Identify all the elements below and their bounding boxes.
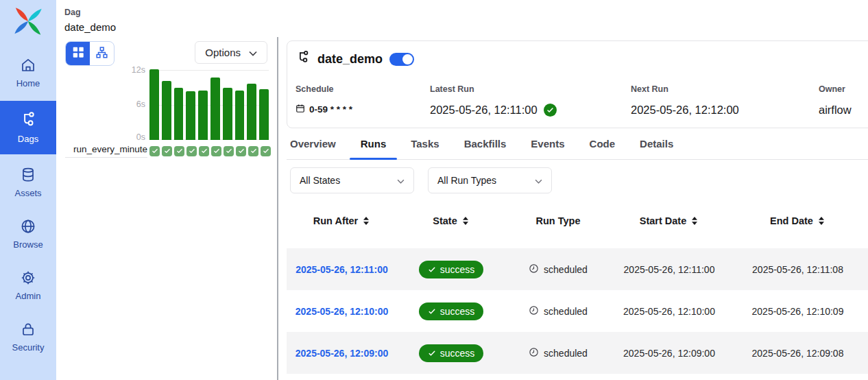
calendar-icon: [296, 104, 305, 115]
tab-details[interactable]: Details: [640, 138, 673, 159]
task-instance-success-square[interactable]: [261, 146, 271, 156]
globe-icon: [20, 218, 36, 235]
owner-label: Owner: [819, 84, 868, 94]
tab-runs[interactable]: Runs: [361, 138, 387, 159]
sidebar-item-security[interactable]: Security: [0, 313, 56, 360]
y-axis-tick-12s: 12s: [65, 65, 145, 75]
duration-bar[interactable]: [162, 81, 171, 140]
options-button[interactable]: Options: [195, 41, 267, 64]
sidebar: Home Dags Assets Browse Admin: [0, 0, 56, 380]
gear-icon: [20, 270, 36, 286]
sort-icon[interactable]: [690, 216, 699, 226]
schedule-value: 0-59 * * * *: [309, 104, 352, 115]
task-instance-success-square[interactable]: [149, 146, 160, 156]
task-instance-success-square[interactable]: [174, 146, 184, 156]
page-header: Dag date_demo: [56, 0, 868, 37]
sidebar-item-browse[interactable]: Browse: [0, 211, 56, 257]
duration-bar[interactable]: [259, 89, 269, 140]
status-badge[interactable]: success: [419, 344, 484, 362]
content: Options 12s 6s 0s run_ever: [56, 37, 868, 380]
latest-run-value[interactable]: 2025-05-26, 12:11:00: [430, 104, 538, 117]
duration-bar[interactable]: [186, 91, 195, 140]
run-after-link[interactable]: 2025-05-26, 12:09:00: [296, 348, 388, 359]
view-toggle-group: [65, 41, 114, 66]
duration-bar[interactable]: [174, 88, 184, 141]
task-instance-success-square[interactable]: [211, 146, 221, 156]
y-axis-tick-6s: 6s: [65, 99, 145, 109]
sidebar-item-label: Assets: [14, 188, 41, 198]
sidebar-item-assets[interactable]: Assets: [0, 159, 56, 206]
clock-icon: [529, 305, 539, 318]
status-badge[interactable]: success: [419, 302, 484, 320]
owner-field: Owner airflow: [819, 84, 868, 117]
sidebar-item-label: Home: [16, 78, 40, 88]
airflow-logo[interactable]: [12, 5, 44, 40]
next-run-value: 2025-05-26, 12:12:00: [631, 104, 739, 117]
task-instance-success-square[interactable]: [224, 146, 234, 156]
tab-events[interactable]: Events: [531, 138, 564, 159]
task-row: run_every_minute: [65, 144, 273, 158]
graph-icon: [95, 46, 108, 62]
clock-icon: [529, 347, 539, 359]
run-after-link[interactable]: 2025-05-26, 12:11:00: [296, 264, 388, 275]
duration-bar[interactable]: [247, 84, 256, 140]
dag-pause-toggle[interactable]: [389, 53, 414, 66]
status-badge[interactable]: success: [419, 261, 484, 278]
run-after-link[interactable]: 2025-05-26, 12:10:00: [296, 306, 388, 317]
dag-icon: [296, 50, 311, 68]
tab-code[interactable]: Code: [590, 138, 616, 159]
schedule-label: Schedule: [296, 84, 430, 94]
sort-icon[interactable]: [817, 216, 825, 226]
options-button-label: Options: [205, 47, 241, 58]
duration-bar[interactable]: [223, 88, 232, 140]
tab-backfills[interactable]: Backfills: [464, 138, 507, 159]
task-instance-success-square[interactable]: [162, 146, 172, 156]
clock-icon: [529, 263, 539, 276]
column-header-run-type: Run Type: [505, 215, 611, 226]
task-instance-success-square[interactable]: [186, 146, 197, 156]
sidebar-item-admin[interactable]: Admin: [0, 262, 56, 309]
duration-bar[interactable]: [210, 78, 220, 140]
state-filter-value: All States: [300, 175, 340, 186]
graph-view-button[interactable]: [90, 42, 114, 65]
duration-bar[interactable]: [235, 91, 245, 140]
state-filter-select[interactable]: All States: [290, 167, 414, 193]
success-check-icon: [544, 104, 557, 117]
start-date-value: 2025-05-26, 12:10:00: [623, 306, 715, 317]
table-header-row: Run After State Run Type Start Date: [287, 193, 868, 248]
sidebar-item-label: Admin: [16, 291, 41, 301]
duration-bar[interactable]: [149, 69, 159, 140]
duration-bar[interactable]: [198, 91, 208, 140]
chevron-down-icon: [397, 175, 405, 186]
grid-view-button[interactable]: [66, 42, 90, 65]
sidebar-item-home[interactable]: Home: [0, 49, 56, 96]
dag-grid-panel: Options 12s 6s 0s run_ever: [56, 37, 277, 380]
next-run-field: Next Run 2025-05-26, 12:12:00: [631, 84, 819, 117]
database-icon: [20, 167, 36, 183]
run-type-value: scheduled: [544, 264, 588, 275]
run-type-filter-select[interactable]: All Run Types: [428, 167, 552, 193]
task-instance-success-square[interactable]: [248, 146, 258, 156]
sort-icon[interactable]: [461, 216, 470, 226]
sidebar-item-label: Browse: [13, 239, 43, 250]
column-header-state[interactable]: State: [397, 215, 505, 226]
latest-run-field: Latest Run 2025-05-26, 12:11:00: [430, 84, 631, 117]
run-type-filter-value: All Run Types: [437, 175, 496, 186]
column-header-start-date[interactable]: Start Date: [611, 215, 727, 226]
runs-table: Run After State Run Type Start Date: [287, 193, 868, 374]
start-date-value: 2025-05-26, 12:11:00: [624, 264, 715, 275]
end-date-value: 2025-05-26, 12:09:08: [752, 348, 844, 359]
column-header-end-date[interactable]: End Date: [727, 215, 868, 226]
task-instance-success-square[interactable]: [199, 146, 209, 156]
tab-tasks[interactable]: Tasks: [411, 138, 439, 159]
task-name-label[interactable]: run_every_minute: [65, 144, 147, 158]
tab-overview[interactable]: Overview: [290, 138, 336, 159]
airflow-app: Home Dags Assets Browse Admin: [0, 0, 868, 380]
task-instance-success-square[interactable]: [236, 146, 246, 156]
sort-icon[interactable]: [362, 216, 370, 226]
schedule-field: Schedule 0-59 * * * *: [296, 84, 430, 117]
sidebar-item-dags[interactable]: Dags: [0, 101, 56, 154]
dag-summary-card: date_demo Schedule 0-59 * * * *: [287, 40, 868, 128]
run-type-value: scheduled: [544, 306, 588, 317]
column-header-run-after[interactable]: Run After: [287, 215, 397, 226]
